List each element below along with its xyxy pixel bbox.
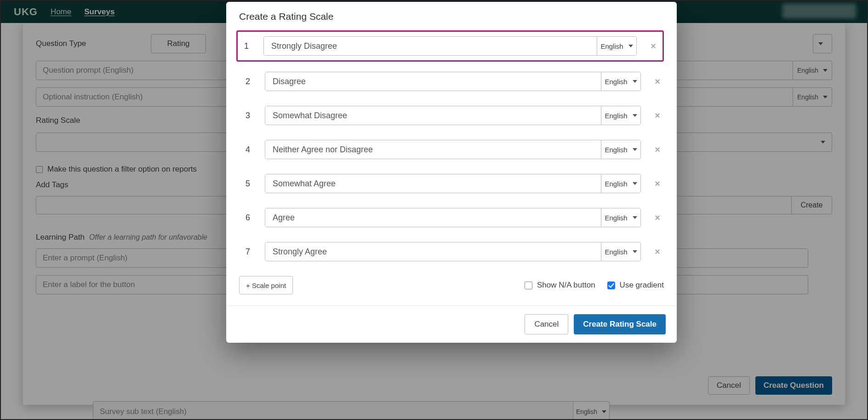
show-na-checkbox[interactable]: Show N/A button — [525, 281, 595, 290]
scale-point-row-4: 4 English × — [239, 140, 664, 159]
scale-point-input-4[interactable] — [265, 140, 601, 159]
scale-point-row-2: 2 English × — [239, 72, 664, 91]
scale-point-remove-3[interactable]: × — [652, 110, 663, 121]
scale-point-number: 5 — [242, 179, 254, 189]
scale-point-lang-6[interactable]: English — [601, 208, 640, 227]
scale-point-row-6: 6 English × — [239, 208, 664, 227]
scale-point-lang-7[interactable]: English — [601, 242, 640, 261]
chevron-down-icon — [633, 216, 637, 219]
scale-point-input-2[interactable] — [265, 72, 601, 91]
scale-point-lang-4[interactable]: English — [601, 140, 640, 159]
scale-point-row-3: 3 English × — [239, 106, 664, 125]
scale-point-number: 3 — [242, 111, 254, 121]
scale-point-remove-4[interactable]: × — [652, 144, 663, 155]
scale-point-input-5[interactable] — [265, 174, 601, 193]
scale-point-number: 7 — [242, 247, 254, 257]
scale-point-remove-2[interactable]: × — [652, 76, 663, 87]
scale-point-number: 4 — [242, 145, 254, 155]
checkbox-checked-icon — [607, 282, 615, 289]
chevron-down-icon — [633, 250, 637, 253]
checkbox-icon — [525, 282, 532, 289]
chevron-down-icon — [633, 114, 637, 117]
scale-point-row-1: 1 English × — [236, 30, 664, 62]
modal-title: Create a Rating Scale — [226, 2, 677, 27]
scale-point-input-6[interactable] — [265, 208, 601, 227]
scale-point-input-7[interactable] — [265, 242, 601, 261]
scale-point-row-5: 5 English × — [239, 174, 664, 193]
scale-point-input-3[interactable] — [265, 106, 601, 125]
scale-point-lang-1[interactable]: English — [597, 37, 636, 55]
modal-cancel-button[interactable]: Cancel — [525, 314, 568, 334]
scale-point-number: 6 — [242, 213, 254, 223]
chevron-down-icon — [633, 148, 637, 151]
scale-point-lang-5[interactable]: English — [601, 174, 640, 193]
create-rating-scale-button[interactable]: Create Rating Scale — [574, 314, 666, 334]
scale-point-lang-3[interactable]: English — [601, 106, 640, 125]
scale-point-input-1[interactable] — [264, 37, 597, 55]
add-scale-point-button[interactable]: + Scale point — [239, 276, 293, 294]
chevron-down-icon — [633, 182, 637, 185]
chevron-down-icon — [628, 45, 633, 47]
scale-point-remove-5[interactable]: × — [652, 178, 663, 189]
scale-point-number: 2 — [242, 77, 254, 86]
chevron-down-icon — [633, 80, 637, 83]
use-gradient-checkbox[interactable]: Use gradient — [607, 281, 664, 290]
scale-point-number: 1 — [240, 41, 252, 51]
create-rating-scale-modal: Create a Rating Scale 1 English × 2 Engl… — [226, 2, 677, 343]
scale-point-remove-6[interactable]: × — [652, 213, 663, 223]
use-gradient-label: Use gradient — [620, 281, 664, 290]
scale-point-remove-7[interactable]: × — [652, 247, 663, 257]
show-na-label: Show N/A button — [537, 281, 595, 290]
scale-point-lang-2[interactable]: English — [601, 72, 640, 91]
scale-point-row-7: 7 English × — [239, 242, 664, 261]
scale-point-remove-1[interactable]: × — [648, 41, 659, 52]
